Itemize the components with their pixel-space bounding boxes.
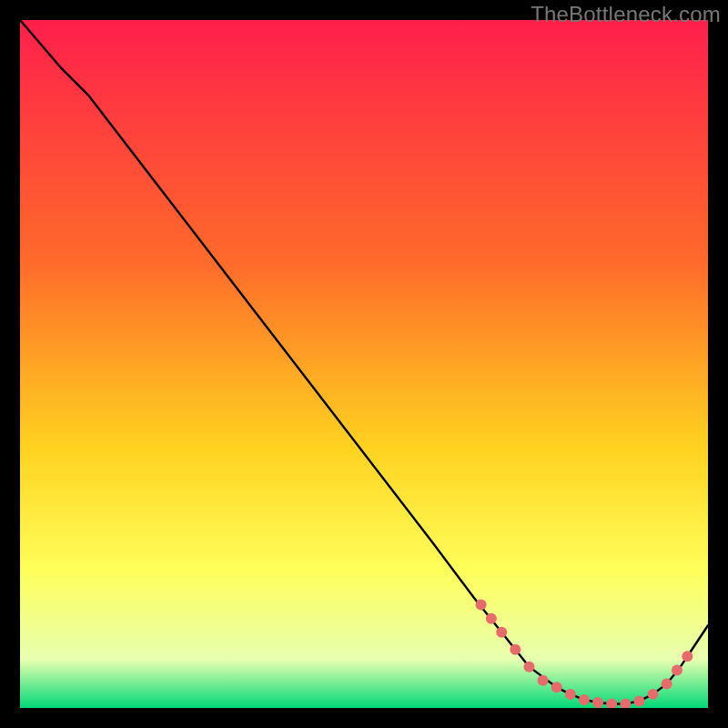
marker-dot (538, 675, 549, 686)
marker-dot (648, 689, 659, 700)
chart-plot (20, 20, 708, 708)
chart-frame: { "watermark": "TheBottleneck.com", "col… (0, 0, 728, 728)
marker-dot (476, 600, 487, 611)
marker-dot (672, 664, 682, 675)
marker-dot (682, 651, 693, 662)
marker-dot (565, 689, 576, 700)
marker-dot (496, 627, 507, 638)
gradient-background (20, 20, 708, 708)
marker-dot (486, 613, 497, 624)
watermark-label: TheBottleneck.com (531, 2, 721, 27)
marker-dot (633, 695, 644, 706)
marker-dot (523, 662, 534, 672)
marker-dot (510, 644, 521, 655)
marker-dot (592, 697, 603, 708)
marker-dot (551, 682, 562, 693)
marker-dot (662, 679, 672, 690)
marker-dot (579, 694, 590, 705)
